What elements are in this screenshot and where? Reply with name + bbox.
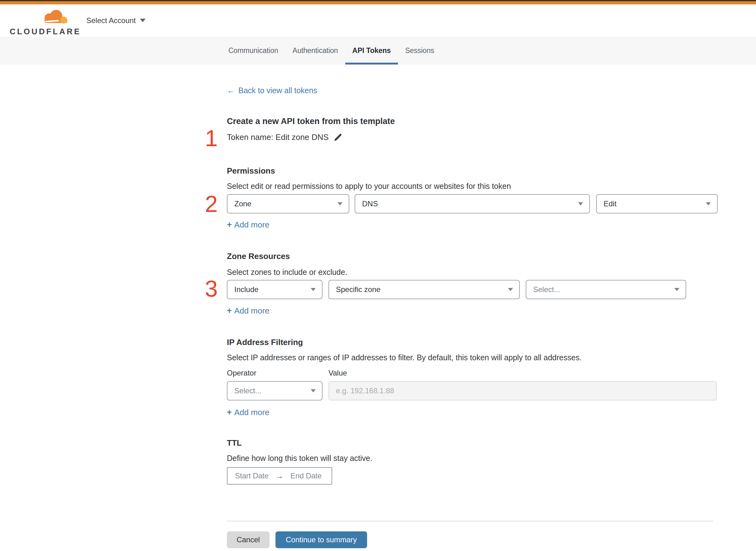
step-1-annotation: 1 bbox=[201, 127, 221, 150]
add-more-label: Add more bbox=[234, 306, 269, 316]
zone-select-dropdown[interactable]: Select... bbox=[526, 280, 686, 299]
chevron-down-icon bbox=[578, 202, 583, 205]
cloudflare-logo[interactable]: CLOUDFLARE bbox=[10, 9, 69, 36]
account-selector-label: Select Account bbox=[86, 16, 136, 25]
edit-token-name-button[interactable] bbox=[333, 132, 343, 142]
zone-mode-dropdown[interactable]: Include bbox=[227, 280, 322, 299]
chevron-down-icon bbox=[140, 19, 145, 22]
permissions-add-more-link[interactable]: + Add more bbox=[227, 220, 269, 230]
chevron-down-icon bbox=[674, 288, 679, 291]
step-2-annotation: 2 bbox=[201, 192, 221, 216]
ip-filtering-heading: IP Address Filtering bbox=[227, 338, 303, 347]
cancel-button[interactable]: Cancel bbox=[227, 531, 269, 548]
permission-service-dropdown[interactable]: DNS bbox=[354, 194, 590, 213]
ip-filtering-description: Select IP addresses or ranges of IP addr… bbox=[227, 353, 582, 362]
api-token-template-page: CLOUDFLARE Select Account Communication … bbox=[0, 0, 756, 551]
chevron-down-icon bbox=[311, 288, 316, 291]
permissions-heading: Permissions bbox=[227, 166, 275, 176]
back-link-label: Back to view all tokens bbox=[238, 86, 317, 95]
chevron-down-icon bbox=[508, 288, 513, 291]
token-name-text: Token name: Edit zone DNS bbox=[227, 132, 329, 142]
cloudflare-cloud-icon bbox=[38, 9, 68, 26]
step-3-annotation: 3 bbox=[201, 278, 221, 301]
permission-scope-dropdown[interactable]: Zone bbox=[227, 194, 349, 213]
edit-pencil-icon bbox=[333, 132, 343, 142]
cloudflare-orange-bar bbox=[0, 1, 756, 4]
operator-label: Operator bbox=[227, 369, 256, 378]
add-more-label: Add more bbox=[234, 408, 269, 417]
footer-divider bbox=[227, 521, 713, 521]
account-selector[interactable]: Select Account bbox=[86, 4, 145, 36]
chevron-down-icon bbox=[337, 202, 342, 205]
add-more-label: Add more bbox=[234, 220, 269, 230]
back-to-tokens-link[interactable]: ← Back to view all tokens bbox=[227, 86, 317, 95]
permission-access-dropdown[interactable]: Edit bbox=[596, 194, 718, 213]
ip-value-input[interactable] bbox=[328, 381, 717, 401]
tab-communication[interactable]: Communication bbox=[221, 36, 285, 64]
value-label: Value bbox=[328, 369, 347, 378]
start-date-label: Start Date bbox=[235, 472, 269, 480]
end-date-label: End Date bbox=[290, 472, 321, 480]
tab-authentication[interactable]: Authentication bbox=[285, 36, 345, 64]
zone-resources-heading: Zone Resources bbox=[227, 251, 290, 261]
ip-filtering-add-more-link[interactable]: + Add more bbox=[227, 408, 269, 417]
permission-scope-value: Zone bbox=[234, 199, 251, 208]
tab-api-tokens[interactable]: API Tokens bbox=[345, 36, 398, 64]
ttl-date-range-picker[interactable]: Start Date → End Date bbox=[227, 467, 332, 485]
permission-service-value: DNS bbox=[362, 199, 378, 208]
permissions-description: Select edit or read permissions to apply… bbox=[227, 182, 511, 191]
zone-resources-add-more-link[interactable]: + Add more bbox=[227, 306, 269, 316]
continue-to-summary-button[interactable]: Continue to summary bbox=[275, 531, 367, 548]
profile-tabbar: Communication Authentication API Tokens … bbox=[0, 36, 756, 64]
chevron-down-icon bbox=[706, 202, 711, 205]
plus-icon: + bbox=[227, 306, 232, 316]
ip-operator-placeholder: Select... bbox=[234, 387, 261, 395]
zone-type-value: Specific zone bbox=[336, 285, 381, 294]
back-arrow-icon: ← bbox=[227, 86, 235, 95]
zone-type-dropdown[interactable]: Specific zone bbox=[328, 280, 520, 299]
zone-select-placeholder: Select... bbox=[533, 285, 560, 294]
arrow-right-icon: → bbox=[275, 471, 283, 481]
permission-access-value: Edit bbox=[604, 199, 616, 208]
ip-operator-dropdown[interactable]: Select... bbox=[227, 381, 322, 401]
ttl-description: Define how long this token will stay act… bbox=[227, 454, 372, 463]
plus-icon: + bbox=[227, 408, 232, 417]
chevron-down-icon bbox=[311, 389, 316, 392]
cloudflare-logo-text: CLOUDFLARE bbox=[10, 27, 69, 36]
zone-resources-description: Select zones to include or exclude. bbox=[227, 268, 347, 277]
ttl-heading: TTL bbox=[227, 438, 242, 448]
zone-mode-value: Include bbox=[234, 285, 258, 294]
tab-sessions[interactable]: Sessions bbox=[398, 36, 441, 64]
page-title: Create a new API token from this templat… bbox=[227, 116, 395, 126]
token-name-line: Token name: Edit zone DNS bbox=[227, 132, 343, 142]
header: CLOUDFLARE Select Account bbox=[0, 4, 756, 36]
plus-icon: + bbox=[227, 220, 232, 230]
